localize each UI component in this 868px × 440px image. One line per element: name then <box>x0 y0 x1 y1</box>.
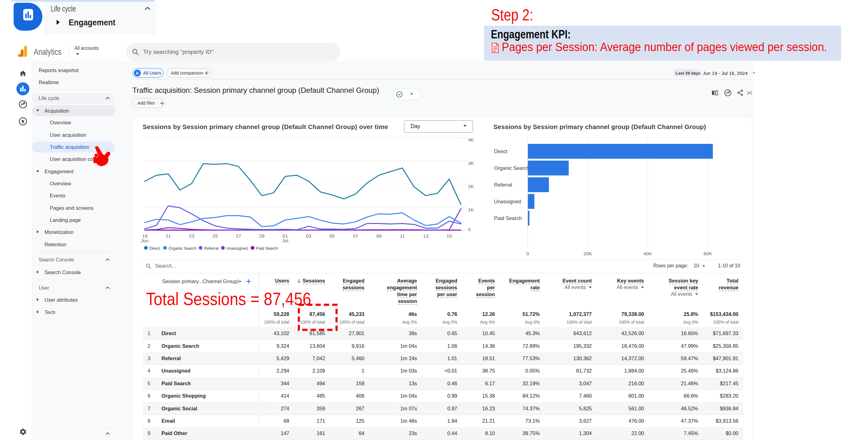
svg-text:2K: 2K <box>468 184 474 189</box>
svg-text:21: 21 <box>165 233 171 239</box>
svg-text:09: 09 <box>376 233 381 239</box>
svg-text:Organic Search: Organic Search <box>168 246 196 251</box>
svg-text:Direct: Direct <box>149 246 160 251</box>
svg-text:03: 03 <box>306 233 311 239</box>
svg-text:Referral: Referral <box>494 182 512 187</box>
svg-text:Jun: Jun <box>141 238 149 243</box>
svg-text:29: 29 <box>259 233 265 239</box>
svg-text:3K: 3K <box>468 160 474 166</box>
svg-text:Sessions by Session primary ch: Sessions by Session primary channel grou… <box>493 123 706 130</box>
svg-text:25: 25 <box>212 233 217 239</box>
svg-text:4K: 4K <box>468 137 474 142</box>
svg-text:07: 07 <box>353 233 358 239</box>
svg-text:0: 0 <box>526 251 529 256</box>
svg-text:11: 11 <box>400 233 405 239</box>
svg-text:20K: 20K <box>583 251 592 256</box>
svg-text:Organic Search: Organic Search <box>494 165 530 171</box>
svg-text:Sessions by Session primary ch: Sessions by Session primary channel grou… <box>143 123 388 130</box>
svg-text:Unassigned: Unassigned <box>226 246 248 251</box>
svg-text:15: 15 <box>446 233 452 239</box>
svg-text:Paid Search: Paid Search <box>494 215 522 221</box>
svg-text:Referral: Referral <box>204 246 218 251</box>
svg-text:Jul: Jul <box>282 238 288 243</box>
svg-text:40K: 40K <box>644 251 652 256</box>
svg-text:05: 05 <box>330 233 335 239</box>
svg-text:23: 23 <box>189 233 194 239</box>
svg-text:0: 0 <box>468 227 471 232</box>
svg-text:Direct: Direct <box>494 149 507 154</box>
svg-text:60K: 60K <box>704 251 712 256</box>
svg-text:27: 27 <box>236 233 241 239</box>
svg-text:Unassigned: Unassigned <box>494 199 521 204</box>
svg-text:1K: 1K <box>468 207 474 212</box>
svg-text:Paid Search: Paid Search <box>256 246 278 251</box>
svg-text:13: 13 <box>423 233 428 239</box>
